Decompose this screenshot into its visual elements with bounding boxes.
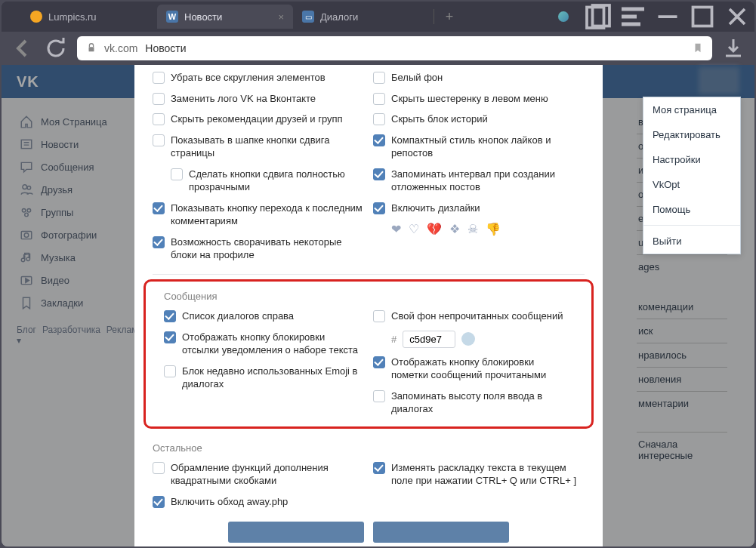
address-host: vk.com bbox=[104, 42, 137, 54]
browser-window: Lumpics.ru W Новости × ▭ Диалоги + vk.co… bbox=[2, 2, 754, 546]
dropdown-item[interactable]: Редактировать bbox=[643, 122, 740, 147]
download-button[interactable] bbox=[721, 36, 745, 60]
option-row: Запоминать интервал при создании отложен… bbox=[373, 168, 585, 194]
option-row: Свой фон непрочитанных сообщений bbox=[373, 309, 573, 323]
option-row: Изменять раскладку текста в текущем поле… bbox=[373, 461, 585, 488]
checkbox[interactable] bbox=[153, 134, 165, 146]
vkopt-settings-modal: Убрать все скругления элементовЗаменить … bbox=[134, 65, 603, 546]
svg-rect-6 bbox=[693, 8, 712, 26]
option-row: Включить дизлайки bbox=[373, 202, 585, 215]
messages-section-highlight: Сообщения Список диалогов справаОтобража… bbox=[143, 279, 594, 429]
option-label: Скрыть шестеренку в левом меню bbox=[391, 92, 548, 106]
dropdown-item[interactable]: Помощь bbox=[643, 197, 740, 222]
option-label: Отображать кнопку блокировки отсылки уве… bbox=[182, 331, 364, 357]
secondary-button[interactable] bbox=[373, 522, 509, 543]
divider bbox=[434, 9, 434, 24]
primary-button[interactable] bbox=[228, 522, 364, 543]
section-title: Остальное bbox=[134, 433, 603, 461]
hash-label: # bbox=[391, 334, 397, 345]
option-label: Заменить лого VK на Вконтакте bbox=[171, 92, 316, 106]
checkbox[interactable] bbox=[153, 113, 165, 125]
dropdown-item[interactable]: Выйти bbox=[643, 229, 740, 254]
checkbox[interactable] bbox=[171, 168, 183, 180]
close-icon[interactable]: × bbox=[278, 11, 284, 23]
option-row: Скрыть блок историй bbox=[373, 112, 585, 126]
option-row: Белый фон bbox=[373, 71, 585, 85]
minimize-button[interactable] bbox=[650, 2, 685, 32]
checkbox[interactable] bbox=[373, 113, 385, 125]
bookmark-icon[interactable] bbox=[693, 42, 703, 55]
option-label: Список диалогов справа bbox=[182, 309, 294, 323]
option-label: Сделать кнопки сдвига полностью прозрачн… bbox=[189, 168, 364, 194]
checkbox[interactable] bbox=[164, 310, 176, 322]
checkbox[interactable] bbox=[153, 72, 165, 84]
option-label: Компактный стиль кнопок лайков и репосто… bbox=[391, 134, 585, 160]
option-label: Запоминать высоту поля ввода в диалогах bbox=[391, 389, 573, 416]
option-row: Сделать кнопки сдвига полностью прозрачн… bbox=[171, 168, 364, 194]
option-row: Скрыть шестеренку в левом меню bbox=[373, 92, 585, 106]
checkbox[interactable] bbox=[153, 202, 165, 214]
option-label: Показывать кнопку перехода к последним к… bbox=[171, 202, 364, 228]
lock-icon bbox=[86, 42, 97, 55]
checkbox[interactable] bbox=[153, 236, 165, 248]
option-row: Обрамление функций дополнения квадратным… bbox=[153, 461, 364, 488]
option-label: Включить обход away.php bbox=[171, 495, 288, 509]
option-row: Возможность сворачивать некоторые блоки … bbox=[153, 236, 364, 262]
tab-dialogs[interactable]: ▭ Диалоги bbox=[293, 5, 429, 29]
menu-icon[interactable] bbox=[616, 2, 650, 32]
badge-icon[interactable]: ❖ bbox=[449, 222, 460, 236]
checkbox[interactable] bbox=[153, 93, 165, 105]
svg-rect-2 bbox=[622, 8, 644, 11]
option-row: Запоминать высоту поля ввода в диалогах bbox=[373, 389, 573, 416]
heart-outline-icon[interactable]: ♡ bbox=[409, 222, 419, 236]
option-row: Показывать кнопку перехода к последним к… bbox=[153, 202, 364, 228]
dislike-icons-row: ❤♡💔❖☠👎 bbox=[391, 222, 585, 236]
tab-label: Диалоги bbox=[320, 11, 358, 23]
option-label: Запоминать интервал при создании отложен… bbox=[391, 168, 585, 194]
option-label: Свой фон непрочитанных сообщений bbox=[391, 309, 563, 323]
checkbox[interactable] bbox=[373, 462, 385, 474]
favicon-icon bbox=[30, 11, 42, 23]
reload-button[interactable] bbox=[44, 36, 68, 60]
option-row: Список диалогов справа bbox=[164, 309, 364, 323]
checkbox[interactable] bbox=[373, 168, 385, 180]
skull-icon[interactable]: ☠ bbox=[467, 222, 478, 236]
dropdown-item[interactable]: Настройки bbox=[643, 147, 740, 172]
shield-icon[interactable] bbox=[546, 2, 581, 32]
checkbox[interactable] bbox=[153, 462, 165, 474]
address-query: Новости bbox=[145, 42, 186, 54]
dropdown-item[interactable]: VkOpt bbox=[643, 172, 740, 197]
color-swatch[interactable] bbox=[461, 332, 475, 346]
option-label: Отображать кнопку блокировки пометки соо… bbox=[391, 356, 573, 382]
checkbox[interactable] bbox=[373, 202, 385, 214]
checkbox[interactable] bbox=[373, 310, 385, 322]
option-row: Скрыть рекомендации друзей и групп bbox=[153, 112, 364, 126]
hex-input[interactable] bbox=[403, 331, 455, 348]
option-label: Включить дизлайки bbox=[391, 202, 480, 215]
tab-lumpics[interactable]: Lumpics.ru bbox=[21, 5, 157, 29]
maximize-button[interactable] bbox=[685, 2, 720, 32]
heart-icon[interactable]: ❤ bbox=[391, 222, 401, 236]
new-tab-button[interactable]: + bbox=[439, 6, 460, 27]
thumbs-down-icon[interactable]: 👎 bbox=[486, 222, 501, 236]
option-label: Скрыть блок историй bbox=[391, 112, 488, 126]
color-input-row: # bbox=[391, 331, 573, 348]
back-button[interactable] bbox=[11, 36, 35, 60]
checkbox[interactable] bbox=[373, 72, 385, 84]
bookmarks-icon[interactable] bbox=[581, 2, 616, 32]
option-label: Скрыть рекомендации друзей и групп bbox=[171, 112, 343, 126]
address-bar: vk.com Новости bbox=[2, 32, 754, 65]
dropdown-item[interactable]: Моя страница bbox=[643, 97, 740, 122]
checkbox[interactable] bbox=[373, 134, 385, 146]
close-button[interactable] bbox=[720, 2, 754, 32]
checkbox[interactable] bbox=[373, 390, 385, 402]
broken-heart-icon[interactable]: 💔 bbox=[427, 222, 442, 236]
checkbox[interactable] bbox=[164, 365, 176, 377]
divider bbox=[153, 274, 585, 275]
checkbox[interactable] bbox=[153, 496, 165, 508]
checkbox[interactable] bbox=[164, 331, 176, 343]
address-field[interactable]: vk.com Новости bbox=[77, 36, 712, 60]
checkbox[interactable] bbox=[373, 93, 385, 105]
tab-news[interactable]: W Новости × bbox=[157, 5, 293, 29]
checkbox[interactable] bbox=[373, 356, 385, 368]
